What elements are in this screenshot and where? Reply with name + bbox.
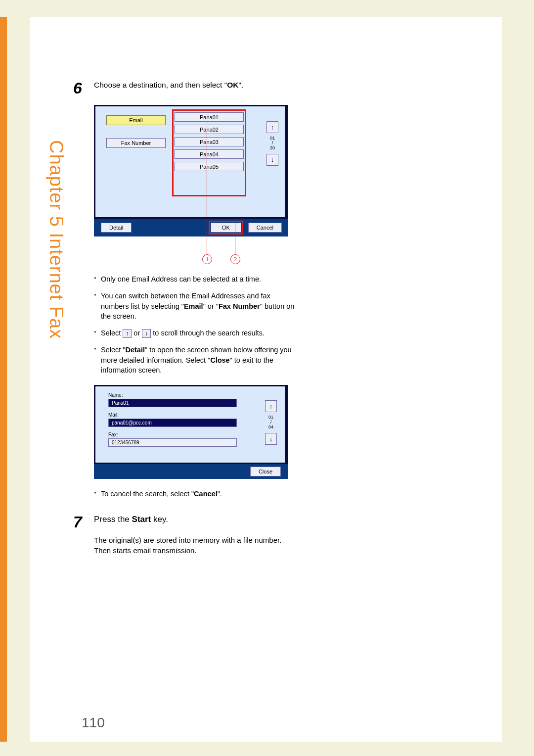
close-button[interactable]: Close	[250, 467, 281, 476]
panel2-scroll-column: ↑ 01 / 04 ↓	[264, 400, 278, 445]
scroll-up-icon[interactable]: ↑	[267, 121, 278, 133]
fax-value: 0123456789	[108, 438, 237, 447]
fax-label: Fax:	[108, 432, 278, 437]
note: You can switch between the Email Address…	[94, 291, 295, 321]
email-tab-button[interactable]: Email	[106, 115, 166, 125]
mail-value: pana01@pcc.com	[108, 419, 237, 427]
step-number: 6	[73, 80, 94, 96]
callout-number-1: 1	[202, 254, 212, 264]
destination-select-panel: Email Fax Number Pana01 Pana02 Pana03 Pa…	[94, 105, 288, 261]
note: To cancel the search, select "Cancel".	[94, 489, 295, 499]
scroll-down-icon[interactable]: ↓	[265, 433, 277, 445]
panel1-scroll-column: ↑ 01 / 20 ↓	[265, 121, 280, 166]
faxnumber-tab-button[interactable]: Fax Number	[106, 138, 166, 148]
step-6: 6 Choose a destination, and then select …	[73, 80, 295, 96]
chapter-text: Chapter 5 Internet Fax	[45, 140, 67, 339]
step-7: 7 Press the Start key.	[73, 514, 295, 530]
note: Select "Detail" to open the screen shown…	[94, 345, 295, 375]
name-label: Name:	[108, 392, 278, 398]
step-7-intro: Press the Start key.	[94, 514, 295, 530]
ok-button[interactable]: OK	[211, 223, 241, 233]
mail-label: Mail:	[108, 412, 278, 418]
note: Only one Email Address can be selected a…	[94, 274, 295, 284]
callout-line-2	[235, 222, 235, 255]
step-7-body: The original(s) are stored into memory w…	[94, 535, 295, 556]
main-content: 6 Choose a destination, and then select …	[73, 80, 295, 556]
step6-notes-b: To cancel the search, select "Cancel".	[94, 489, 295, 499]
panel2-footer: Close	[94, 464, 288, 479]
callout-lines: 1 2	[94, 236, 288, 261]
down-arrow-icon: ↓	[142, 329, 151, 338]
chapter-label: Chapter 5 Internet Fax	[45, 81, 67, 398]
panel1-footer: Detail OK Cancel	[94, 219, 288, 236]
list-item[interactable]: Pana04	[175, 149, 244, 159]
scroll-up-icon[interactable]: ↑	[265, 400, 277, 412]
callout-highlight-2: OK	[209, 221, 243, 235]
callout-line-1	[207, 126, 207, 255]
detail-info-panel: Name: Pana01 Mail: pana01@pcc.com Fax: 0…	[94, 385, 288, 479]
detail-button[interactable]: Detail	[101, 223, 132, 233]
step-6-intro: Choose a destination, and then select "O…	[94, 80, 295, 96]
scroll-counter: 01 / 04	[264, 415, 278, 430]
cancel-button[interactable]: Cancel	[248, 223, 282, 233]
list-item[interactable]: Pana05	[175, 162, 244, 171]
page-body: Chapter 5 Internet Fax 110 6 Choose a de…	[30, 17, 502, 742]
list-item[interactable]: Pana03	[175, 137, 244, 146]
note: Select ↑ or ↓ to scroll through the sear…	[94, 328, 295, 338]
up-arrow-icon: ↑	[123, 329, 132, 338]
list-item[interactable]: Pana01	[175, 112, 244, 122]
accent-bar	[0, 17, 7, 742]
step-number: 7	[73, 514, 94, 530]
scroll-counter: 01 / 20	[265, 136, 280, 151]
panel1-left-column: Email Fax Number	[106, 115, 166, 161]
panel1-list-column: Pana01 Pana02 Pana03 Pana04 Pana05	[175, 112, 244, 174]
panel1-frame: Email Fax Number Pana01 Pana02 Pana03 Pa…	[94, 105, 288, 219]
page-number: 110	[82, 715, 105, 731]
panel2-frame: Name: Pana01 Mail: pana01@pcc.com Fax: 0…	[94, 385, 288, 464]
callout-number-2: 2	[230, 254, 240, 264]
name-value: Pana01	[108, 399, 237, 407]
step6-notes-a: Only one Email Address can be selected a…	[94, 274, 295, 375]
scroll-down-icon[interactable]: ↓	[267, 154, 278, 166]
list-item[interactable]: Pana02	[175, 125, 244, 134]
